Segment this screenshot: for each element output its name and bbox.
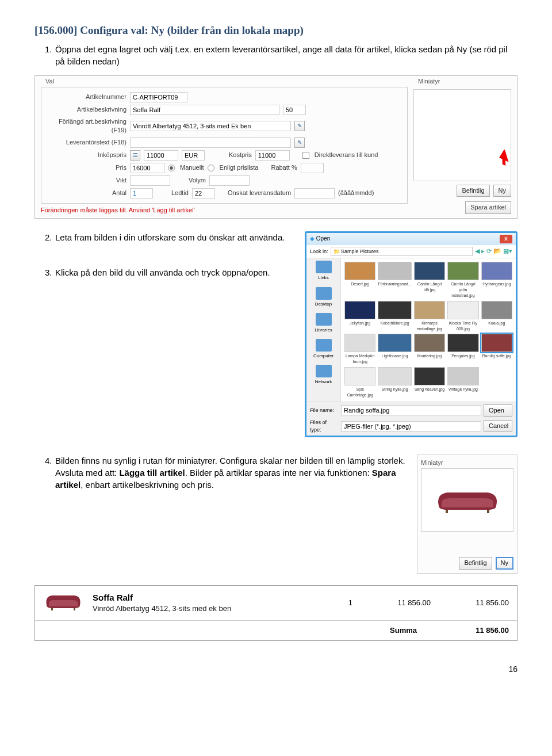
antal-input[interactable] [130, 188, 153, 198]
thumb-item[interactable]: Koala.jpg [481, 301, 512, 332]
thumb-item[interactable]: Lighthouse.jpg [378, 334, 411, 365]
svg-rect-1 [487, 510, 489, 513]
table-row: Soffa Ralf Vinröd Albertatyg 4512, 3-sit… [35, 586, 517, 620]
sofa-image [433, 486, 502, 514]
thumb-item[interactable]: Klocka Time Fly 005.jpg [447, 301, 478, 332]
screenshot-open-dialog: ◆ Open X Look in: 📁 Sample Pictures ◀ ▸ … [305, 231, 518, 437]
thumb-item[interactable]: Hydrangeas.jpg [481, 262, 512, 298]
row-price: 11 856.00 [362, 598, 431, 608]
befintlig-button-2[interactable]: Befintlig [459, 557, 492, 569]
close-icon[interactable]: X [500, 235, 512, 243]
thumb-item[interactable]: String hylla.jpg [378, 367, 411, 398]
edit-forl-button[interactable]: ✎ [294, 121, 305, 131]
volym-input[interactable] [209, 175, 250, 186]
side-network[interactable]: Network [308, 365, 339, 385]
svg-rect-2 [51, 608, 53, 610]
lookin-select[interactable]: 📁 Sample Pictures [331, 247, 473, 257]
paragraph-3: 3.Klicka på den bild du vill använda och… [55, 266, 294, 278]
thumb-item[interactable]: Gardin Längd grön mönstrad.jpg [447, 262, 478, 298]
thumb-item[interactable]: Desert.jpg [344, 262, 375, 298]
thumb-item[interactable]: Gardin Långd blå.jpg [414, 262, 445, 298]
thumb-item[interactable]: Säng heaven.jpg [414, 367, 445, 398]
red-arrow-annotation [499, 150, 516, 167]
open-button[interactable]: Open [484, 404, 512, 417]
side-desktop[interactable]: Desktop [308, 287, 339, 307]
filetype-select[interactable] [341, 421, 481, 432]
thumb-item[interactable]: Förbrukningsmat... [378, 262, 411, 298]
svg-rect-3 [74, 608, 75, 610]
sofa-thumb-image [43, 591, 83, 612]
row-total: 11 856.00 [440, 598, 509, 608]
side-computer[interactable]: Computer [308, 339, 339, 359]
ny-button[interactable]: Ny [493, 185, 511, 197]
spara-artikel-button[interactable]: Spara artikel [465, 201, 511, 213]
leverantorstext-input[interactable] [130, 138, 291, 148]
sum-value: 11 856.00 [440, 625, 509, 636]
row-name: Soffa Ralf [93, 591, 309, 604]
artikelnummer-input[interactable] [130, 92, 187, 102]
price-lookup-button[interactable]: ☰ [130, 150, 140, 161]
artikelbeskrivning-num-input[interactable] [283, 105, 306, 115]
thumb-item[interactable]: Randig soffa.jpg [481, 334, 512, 365]
thumb-item[interactable]: Vintage hylla.jpg [447, 367, 478, 398]
currency-input[interactable] [182, 150, 205, 161]
svg-rect-0 [446, 510, 448, 513]
row-desc: Vinröd Albertatyg 4512, 3-sits med ek be… [93, 604, 309, 614]
vikt-input[interactable] [130, 175, 170, 186]
leveransdatum-input[interactable] [294, 188, 335, 198]
direktleverans-checkbox[interactable] [302, 152, 309, 159]
row-qty: 1 [318, 598, 352, 608]
side-libraries[interactable]: Libraries [308, 313, 339, 333]
thumb-item[interactable]: Lampa Merkyüri brun.jpg [344, 334, 375, 365]
page-heading: [156.000] Configura val: Ny (bilder från… [34, 23, 518, 39]
paragraph-2: 2.Leta fram bilden i din utforskare som … [55, 231, 294, 243]
kostpris-input[interactable] [255, 150, 290, 161]
cancel-button[interactable]: Cancel [484, 420, 512, 432]
artikelbeskrivning-input[interactable] [130, 105, 279, 115]
thumb-item[interactable]: Jellyfish.jpg [344, 301, 375, 332]
edit-lev-button[interactable]: ✎ [294, 138, 305, 148]
inkopspris-input[interactable] [144, 150, 178, 161]
warning-text: Förändringen måste läggas till. Använd '… [41, 206, 408, 215]
rabatt-input[interactable] [301, 163, 324, 173]
screenshot-miniatyr-preview: Miniatyr Befintlig Ny [417, 455, 518, 574]
thumb-item[interactable]: Spis Cambridge.jpg [344, 367, 375, 398]
page-number: 16 [34, 664, 518, 675]
paragraph-1: 1.Öppna det egna lagret och välj t.ex. e… [55, 43, 518, 67]
pris-input[interactable] [130, 163, 164, 173]
screenshot-val-form: Val Artikelnummer Artikelbeskrivning För… [34, 75, 518, 219]
screenshot-order-row: Soffa Ralf Vinröd Albertatyg 4512, 3-sit… [34, 585, 518, 641]
thumb-item[interactable]: Montering.jpg [414, 334, 445, 365]
sum-label: Summa [390, 625, 417, 636]
filename-input[interactable] [341, 405, 481, 415]
thumb-item[interactable]: Kabelhållare.jpg [378, 301, 411, 332]
befintlig-button[interactable]: Befintlig [457, 185, 489, 197]
ny-button-2[interactable]: Ny [496, 557, 513, 569]
manuellt-radio[interactable] [168, 165, 175, 171]
enligt-prislista-radio[interactable] [208, 165, 214, 171]
forlangd-beskrivning-input[interactable] [130, 121, 291, 131]
thumb-item[interactable]: Kinnarps emballage.jpg [414, 301, 445, 332]
side-links[interactable]: Links [308, 261, 339, 281]
thumb-item[interactable]: Penguins.jpg [447, 334, 478, 365]
ledtid-input[interactable] [192, 188, 215, 198]
paragraph-4: 4.Bilden finns nu synlig i rutan för min… [55, 455, 407, 491]
